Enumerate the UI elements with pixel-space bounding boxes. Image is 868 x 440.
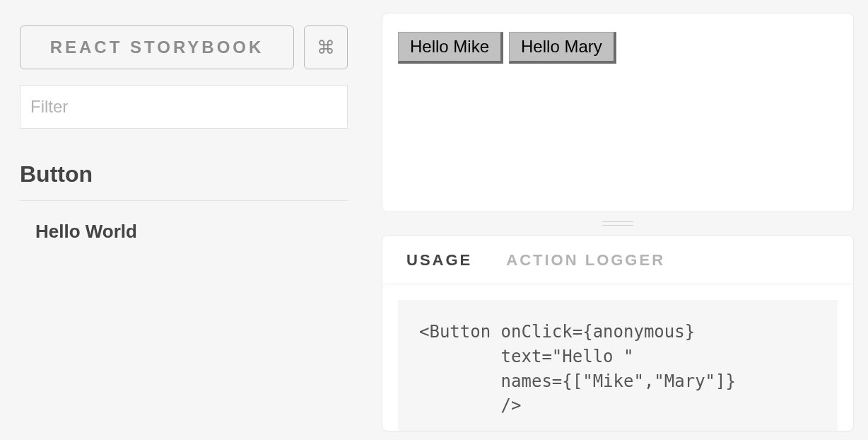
story-item-hello-world[interactable]: Hello World: [20, 215, 348, 248]
sidebar: REACT STORYBOOK ⌘ Button Hello World: [0, 0, 368, 440]
demo-button-mary[interactable]: Hello Mary: [509, 32, 616, 64]
panel-resizer[interactable]: [382, 212, 854, 235]
usage-code-block: <Button onClick={anonymous} text="Hello …: [398, 300, 838, 432]
logo-button[interactable]: REACT STORYBOOK: [20, 25, 294, 69]
tab-action-logger[interactable]: ACTION LOGGER: [506, 251, 665, 270]
preview-button-row: Hello Mike Hello Mary: [398, 32, 838, 64]
usage-code-wrap: <Button onClick={anonymous} text="Hello …: [382, 284, 853, 432]
addons-tab-bar: USAGE ACTION LOGGER: [382, 236, 853, 284]
story-list: Hello World: [20, 215, 348, 248]
kind-title[interactable]: Button: [20, 161, 348, 201]
resizer-handle-icon: [602, 221, 633, 226]
addons-panel: USAGE ACTION LOGGER <Button onClick={ano…: [382, 235, 854, 432]
demo-button-mike[interactable]: Hello Mike: [398, 32, 503, 64]
tab-usage[interactable]: USAGE: [406, 251, 472, 270]
preview-panel: Hello Mike Hello Mary: [382, 13, 854, 212]
main-column: Hello Mike Hello Mary USAGE ACTION LOGGE…: [368, 0, 868, 440]
sidebar-top-row: REACT STORYBOOK ⌘: [20, 25, 348, 69]
filter-input[interactable]: [20, 85, 348, 129]
app-root: REACT STORYBOOK ⌘ Button Hello World Hel…: [0, 0, 868, 440]
command-shortcut-button[interactable]: ⌘: [304, 25, 348, 69]
